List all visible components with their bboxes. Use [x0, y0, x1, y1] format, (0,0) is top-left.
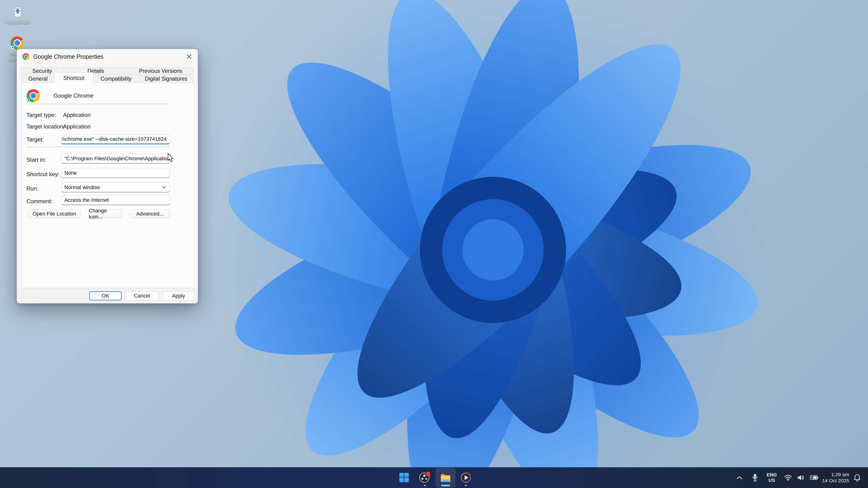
shortcut-key-label: Shortcut key: [26, 171, 59, 177]
date: 14 Oct 2025 [822, 478, 849, 484]
chrome-icon [10, 36, 24, 50]
apply-button[interactable]: Apply [162, 291, 195, 300]
recycle-bin-icon [11, 4, 24, 18]
notification-center-button[interactable] [850, 467, 864, 488]
running-indicator [424, 485, 426, 486]
target-type-label: Target type: [26, 112, 56, 118]
chrome-app-icon [26, 89, 40, 102]
mouse-cursor [166, 153, 175, 163]
advanced-button[interactable]: Advanced... [129, 209, 170, 218]
file-explorer-button[interactable] [436, 468, 456, 488]
notification-bell-icon [854, 474, 861, 481]
chrome-titlebar-icon [22, 53, 30, 60]
dialog-titlebar[interactable]: Google Chrome Properties [17, 49, 198, 64]
recycle-bin-desktop-icon[interactable]: Recycle Bin [3, 4, 32, 25]
obs-studio-button[interactable] [415, 468, 435, 488]
open-file-location-button[interactable]: Open File Location [28, 209, 81, 218]
run-label: Run: [26, 185, 38, 192]
chrome-properties-dialog: Google Chrome Properties Security Detail… [17, 49, 198, 303]
time: 1:29 am [831, 471, 849, 478]
app-name: Google Chrome [54, 92, 93, 99]
running-indicator [465, 485, 467, 486]
change-icon-button[interactable]: Change Icon... [88, 209, 122, 218]
start-in-input[interactable]: "C:\Program Files\Google\Chrome\Applicat… [61, 154, 170, 164]
volume-button[interactable] [795, 467, 807, 488]
chevron-up-icon [736, 476, 743, 480]
active-window-indicator [441, 485, 450, 486]
chevron-down-icon [162, 186, 166, 189]
media-player-icon [460, 472, 472, 484]
tray-overflow-button[interactable] [733, 467, 746, 488]
target-type-value: Application [63, 112, 91, 118]
close-icon [187, 54, 192, 59]
tab-general[interactable]: General [21, 74, 55, 83]
file-explorer-icon [440, 472, 452, 484]
desktop: Recycle Bin Google Chrome Google Chrome … [0, 0, 868, 488]
start-button[interactable] [394, 468, 414, 488]
dialog-footer: OK Cancel Apply [17, 288, 198, 303]
comment-label: Comment: [26, 198, 53, 205]
voice-access-button[interactable] [749, 467, 762, 488]
close-button[interactable] [184, 52, 195, 62]
target-location-value: Application [63, 123, 91, 130]
windows-start-icon [399, 473, 409, 483]
start-in-label: Start in: [26, 157, 46, 163]
shortcut-tab-page: Google Chrome Target type: Application T… [21, 83, 194, 288]
dialog-title: Google Chrome Properties [33, 53, 103, 60]
separator [26, 147, 170, 147]
speaker-icon [797, 474, 805, 481]
media-player-button[interactable] [456, 468, 476, 488]
cancel-button[interactable]: Cancel [126, 291, 158, 300]
tab-compatibility[interactable]: Compatibility [93, 74, 139, 83]
comment-input[interactable]: Access the Internet [61, 195, 170, 205]
tab-previous-versions[interactable]: Previous Versions [128, 67, 193, 75]
wifi-icon [784, 474, 792, 481]
microphone-icon [752, 474, 758, 482]
separator [26, 104, 170, 104]
tab-digital-signatures[interactable]: Digital Signatures [139, 74, 193, 83]
shortcut-key-input[interactable]: None [61, 168, 170, 178]
clock[interactable]: 1:29 am 14 Oct 2025 [814, 467, 849, 488]
ok-button[interactable]: OK [89, 291, 121, 300]
language-indicator[interactable]: ENG US [763, 467, 780, 488]
taskbar: ENG US 1:29 [0, 467, 868, 488]
recycle-bin-label: Recycle Bin [3, 19, 32, 25]
tab-shortcut[interactable]: Shortcut [55, 72, 93, 83]
target-location-label: Target location: [26, 123, 65, 130]
target-label: Target: [26, 136, 44, 143]
run-dropdown[interactable]: Normal window [61, 183, 170, 192]
network-button[interactable] [782, 467, 795, 488]
target-input[interactable]: ation\chrome.exe" --disk-cache-size=1073… [61, 134, 170, 144]
obs-studio-icon [418, 471, 431, 484]
